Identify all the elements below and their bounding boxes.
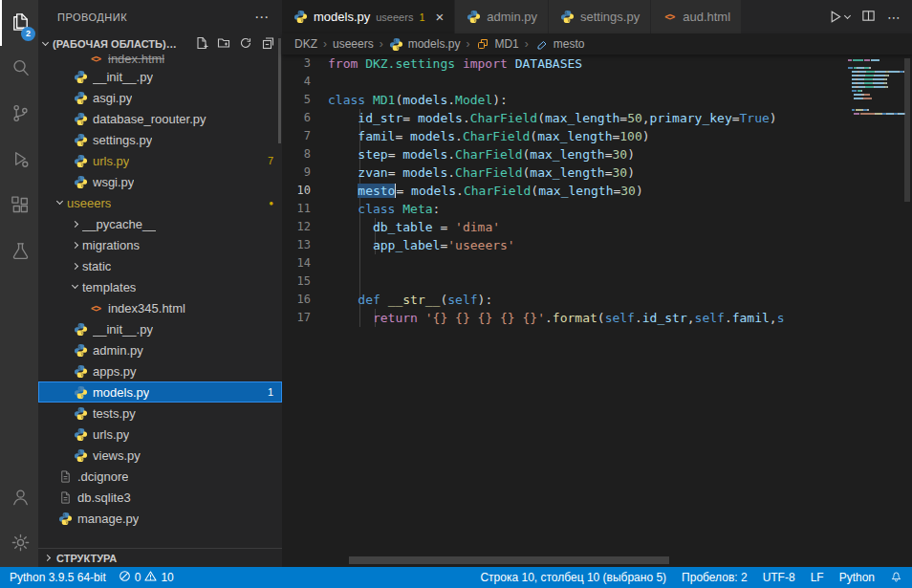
tree-file-init-py[interactable]: __init__.py	[38, 66, 282, 87]
cursor-position-status[interactable]: Строка 10, столбец 10 (выбрано 5)	[480, 571, 666, 584]
minimap[interactable]	[845, 54, 902, 567]
tree-file-index345-html[interactable]: <>index345.html	[38, 297, 282, 318]
notifications-button[interactable]	[890, 570, 902, 585]
activity-run-debug-button[interactable]	[0, 138, 38, 184]
code-token: zvan	[358, 165, 387, 180]
breadcrumb-folder-useeers[interactable]: useeers	[333, 37, 374, 51]
code-token	[328, 238, 373, 252]
tab-aud-html[interactable]: <> aud.html	[651, 0, 742, 33]
code-line[interactable]: 13 app_label='useeers'	[282, 236, 845, 254]
encoding-status[interactable]: UTF-8	[763, 571, 795, 584]
account-button[interactable]	[0, 475, 38, 521]
code-text: id_str= models.CharField(max_length=50,p…	[328, 109, 777, 127]
tree-folder-migrations[interactable]: migrations	[38, 234, 282, 255]
tab-admin-py[interactable]: admin.py	[455, 0, 549, 33]
code-text: db_table = 'dima'	[328, 218, 500, 236]
tree-file-asgi-py[interactable]: asgi.py	[38, 87, 282, 108]
code-token: (	[537, 111, 545, 125]
tree-file-manage-py[interactable]: manage.py	[38, 508, 282, 529]
editor-horizontal-scrollbar[interactable]	[349, 556, 669, 564]
tree-file-init-py[interactable]: __init__.py	[38, 318, 282, 339]
code-token	[358, 56, 365, 71]
code-line[interactable]: 9 zvan= models.CharField(max_length=30)	[282, 163, 845, 182]
code-line[interactable]: 15	[282, 272, 845, 291]
python-interpreter-status[interactable]: Python 3.9.5 64-bit	[10, 571, 106, 584]
minimap-token	[864, 78, 873, 80]
code-line[interactable]: 8 step= models.CharField(max_length=30)	[282, 145, 845, 163]
settings-button[interactable]	[0, 521, 38, 567]
indentation-status[interactable]: Пробелов: 2	[682, 571, 748, 584]
code-area[interactable]: 3from DKZ.settings import DATABASES45cla…	[282, 54, 912, 567]
code-line[interactable]: 14	[282, 254, 845, 272]
tree-folder-static[interactable]: static	[38, 255, 282, 276]
code-token: class	[328, 93, 365, 107]
code-token: .	[447, 165, 455, 180]
activity-search-button[interactable]	[0, 46, 38, 92]
scrollbar-thumb[interactable]	[904, 58, 910, 202]
new-file-icon[interactable]	[195, 36, 208, 52]
code-line[interactable]: 11 class Meta:	[282, 200, 845, 218]
tree-folder-pycache[interactable]: __pycache__	[38, 213, 282, 234]
eol-status[interactable]: LF	[811, 571, 824, 584]
breadcrumb-folder-dkz[interactable]: DKZ	[294, 37, 317, 51]
code-line[interactable]: 16 def __str__(self):	[282, 291, 845, 309]
activity-explorer-button[interactable]: 2	[0, 0, 38, 46]
code-line[interactable]: 5class MD1(models.Model):	[282, 91, 845, 109]
close-icon[interactable]: ×	[436, 10, 445, 24]
code-line[interactable]: 17 return '{} {} {} {} {}'.format(self.i…	[282, 309, 845, 327]
editor-vertical-scrollbar[interactable]	[902, 54, 912, 567]
minimap-token	[887, 86, 888, 88]
code-line[interactable]: 6 id_str= models.CharField(max_length=50…	[282, 109, 845, 127]
collapse-all-icon[interactable]	[261, 36, 274, 52]
tree-file-tests-py[interactable]: tests.py	[38, 403, 282, 424]
workspace-section-header[interactable]: (РАБОЧАЯ ОБЛАСТЬ) ...	[38, 33, 282, 54]
tree-file-wsgi-py[interactable]: wsgi.py	[38, 171, 282, 192]
tree-file-urls-py[interactable]: urls.py7	[38, 150, 282, 171]
tree-file-dcignore[interactable]: .dcignore	[38, 466, 282, 487]
tree-file-database-roouter-py[interactable]: database_roouter.py	[38, 108, 282, 129]
outline-section-header[interactable]: СТРУКТУРА	[38, 548, 282, 567]
tree-folder-templates[interactable]: templates	[38, 276, 282, 297]
language-mode-status[interactable]: Python	[839, 571, 875, 584]
code-token: 'useeers'	[447, 238, 514, 252]
run-python-file-button[interactable]	[828, 10, 850, 24]
code-token: ):	[478, 293, 493, 307]
new-folder-icon[interactable]	[217, 36, 230, 52]
refresh-icon[interactable]	[239, 36, 252, 52]
breadcrumb-file-models-py[interactable]: models.py	[389, 36, 461, 52]
code-token: models	[418, 111, 463, 125]
sidebar-scrollbar[interactable]	[278, 38, 281, 143]
code-line[interactable]: 12 db_table = 'dima'	[282, 218, 845, 236]
code-token	[328, 184, 358, 198]
tab-models-py[interactable]: models.py useeers 1 ×	[282, 0, 455, 33]
tree-file-settings-py[interactable]: settings.py	[38, 129, 282, 150]
code-line[interactable]: 4	[282, 73, 845, 91]
tree-file-apps-py[interactable]: apps.py	[38, 360, 282, 381]
breadcrumb-class-md1[interactable]: MD1	[475, 36, 518, 52]
tab-settings-py[interactable]: settings.py	[549, 0, 651, 33]
activity-extensions-button[interactable]	[0, 184, 38, 229]
more-actions-icon[interactable]: ⋯	[254, 10, 269, 24]
html-file-icon: <>	[88, 300, 103, 316]
activity-source-control-button[interactable]	[0, 92, 38, 138]
more-actions-icon[interactable]: ⋯	[887, 10, 901, 25]
code-line[interactable]: 3from DKZ.settings import DATABASES	[282, 54, 845, 73]
tree-file-urls-py[interactable]: urls.py	[38, 424, 282, 445]
tree-file-models-py[interactable]: models.py1	[38, 381, 282, 403]
tree-file-index-html[interactable]: <>index.html	[38, 54, 282, 66]
tree-file-db-sqlite3[interactable]: db.sqlite3	[38, 487, 282, 508]
code-token: =	[619, 111, 627, 125]
breadcrumb-field-mesto[interactable]: mesto	[534, 36, 585, 52]
code-line[interactable]: 10 mesto= models.CharField(max_length=30…	[282, 182, 845, 200]
tree-file-views-py[interactable]: views.py	[38, 445, 282, 466]
code-text: from DKZ.settings import DATABASES	[328, 54, 582, 73]
activity-testing-button[interactable]	[0, 229, 38, 275]
code-token: CharField	[455, 165, 522, 180]
tree-file-admin-py[interactable]: admin.py	[38, 339, 282, 360]
code-line[interactable]: 7 famil= models.CharField(max_length=100…	[282, 127, 845, 145]
tree-folder-useeers[interactable]: useeers●	[38, 192, 282, 213]
split-editor-button[interactable]	[861, 9, 876, 26]
problems-status[interactable]: 0 10	[119, 570, 174, 585]
activity-bar-bottom	[0, 475, 38, 567]
code-token: 30	[620, 184, 636, 198]
